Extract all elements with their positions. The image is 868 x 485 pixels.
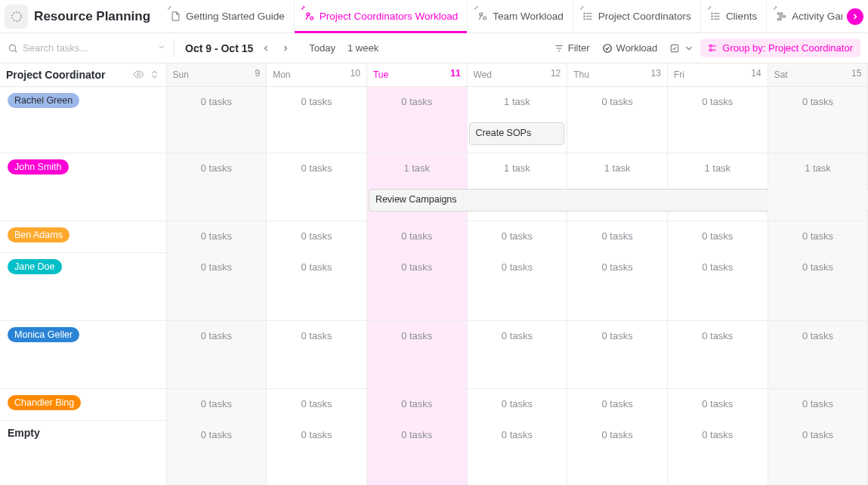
tab-clients[interactable]: Clients bbox=[701, 0, 767, 33]
workload-summary-cell[interactable]: 0 tasks bbox=[267, 420, 367, 452]
eye-icon[interactable] bbox=[133, 69, 144, 80]
workload-summary-cell[interactable]: 0 tasks bbox=[366, 420, 467, 452]
tab-guide[interactable]: Getting Started Guide bbox=[161, 0, 295, 33]
workload-summary-cell[interactable]: 1 task bbox=[467, 153, 567, 184]
filter-button[interactable]: Filter bbox=[548, 39, 596, 57]
day-header-sat[interactable]: Sat15 bbox=[768, 63, 868, 86]
person-pill[interactable]: Jane Doe bbox=[8, 259, 62, 274]
workload-summary-cell[interactable]: 0 tasks bbox=[467, 252, 567, 284]
workload-summary-cell[interactable]: 0 tasks bbox=[768, 320, 868, 352]
workload-summary-cell[interactable]: 0 tasks bbox=[467, 420, 567, 452]
day-header-thu[interactable]: Thu13 bbox=[567, 63, 668, 86]
workload-summary-cell[interactable]: 0 tasks bbox=[366, 221, 467, 252]
person-pill[interactable]: Ben Adams bbox=[8, 227, 70, 242]
prev-week-button[interactable] bbox=[256, 39, 276, 58]
detail-cell[interactable] bbox=[467, 352, 567, 388]
workload-summary-cell[interactable]: 0 tasks bbox=[166, 320, 267, 352]
workload-summary-cell[interactable]: 0 tasks bbox=[768, 221, 868, 252]
workload-summary-cell[interactable]: 0 tasks bbox=[667, 388, 768, 420]
workload-summary-cell[interactable]: 1 task bbox=[366, 153, 467, 184]
today-button[interactable]: Today bbox=[303, 39, 341, 57]
workload-summary-cell[interactable]: 1 task bbox=[567, 153, 668, 184]
workload-summary-cell[interactable]: 0 tasks bbox=[166, 153, 267, 184]
person-pill[interactable]: Rachel Green bbox=[8, 93, 79, 108]
detail-cell[interactable] bbox=[567, 284, 668, 320]
person-cell-ben[interactable]: Ben Adams bbox=[0, 221, 166, 252]
workload-summary-cell[interactable]: 0 tasks bbox=[567, 86, 668, 118]
group-by-button[interactable]: Group by: Project Coordinator bbox=[700, 39, 860, 57]
day-header-mon[interactable]: Mon10 bbox=[267, 63, 367, 86]
workload-summary-cell[interactable]: 0 tasks bbox=[667, 320, 768, 352]
detail-cell[interactable] bbox=[366, 352, 467, 388]
workload-summary-cell[interactable]: 1 task bbox=[667, 153, 768, 184]
detail-cell[interactable] bbox=[768, 452, 868, 485]
workload-summary-cell[interactable]: 0 tasks bbox=[567, 252, 668, 284]
workload-summary-cell[interactable]: 0 tasks bbox=[667, 252, 768, 284]
workload-summary-cell[interactable]: 0 tasks bbox=[567, 221, 668, 252]
day-header-sun[interactable]: Sun9 bbox=[166, 63, 267, 86]
person-pill[interactable]: Monica Geller bbox=[8, 327, 79, 342]
detail-cell[interactable] bbox=[267, 184, 367, 221]
workload-summary-cell[interactable]: 0 tasks bbox=[567, 320, 668, 352]
workload-summary-cell[interactable]: 0 tasks bbox=[366, 320, 467, 352]
search-dropdown-icon[interactable] bbox=[157, 42, 166, 54]
detail-cell[interactable] bbox=[667, 452, 768, 485]
detail-cell[interactable] bbox=[567, 452, 668, 485]
detail-cell[interactable] bbox=[567, 184, 668, 221]
workload-summary-cell[interactable]: 0 tasks bbox=[768, 388, 868, 420]
detail-cell[interactable] bbox=[267, 352, 367, 388]
detail-cell[interactable] bbox=[768, 118, 868, 153]
workload-summary-cell[interactable]: 0 tasks bbox=[667, 221, 768, 252]
workload-summary-cell[interactable]: 0 tasks bbox=[166, 86, 267, 118]
workload-summary-cell[interactable]: 0 tasks bbox=[467, 388, 567, 420]
detail-cell[interactable]: Create SOPs bbox=[467, 118, 567, 153]
workload-summary-cell[interactable]: 0 tasks bbox=[467, 320, 567, 352]
workload-summary-cell[interactable]: 0 tasks bbox=[267, 320, 367, 352]
person-cell-empty[interactable]: Empty bbox=[0, 420, 166, 485]
workload-summary-cell[interactable]: 1 task bbox=[467, 86, 567, 118]
person-pill[interactable]: Chandler Bing bbox=[8, 395, 81, 410]
workload-summary-cell[interactable]: 0 tasks bbox=[267, 153, 367, 184]
detail-cell[interactable] bbox=[467, 284, 567, 320]
detail-cell[interactable] bbox=[166, 284, 267, 320]
workload-summary-cell[interactable]: 0 tasks bbox=[768, 86, 868, 118]
workload-summary-cell[interactable]: 0 tasks bbox=[366, 388, 467, 420]
group-column-header[interactable]: Project Coordinator bbox=[0, 63, 166, 86]
workload-summary-cell[interactable]: 0 tasks bbox=[366, 86, 467, 118]
workload-summary-cell[interactable]: 0 tasks bbox=[467, 221, 567, 252]
person-cell-chandler[interactable]: Chandler Bing bbox=[0, 388, 166, 420]
detail-cell[interactable] bbox=[366, 452, 467, 485]
range-selector[interactable]: 1 week bbox=[341, 39, 385, 57]
tab-pcw[interactable]: Project Coordinators Workload bbox=[295, 0, 468, 33]
detail-cell[interactable] bbox=[567, 118, 668, 153]
collapse-icon[interactable] bbox=[149, 69, 160, 80]
search-tasks[interactable] bbox=[8, 42, 166, 54]
tabs-scroll-right[interactable] bbox=[847, 8, 863, 25]
search-input[interactable] bbox=[23, 42, 128, 54]
next-week-button[interactable] bbox=[276, 39, 295, 58]
workload-summary-cell[interactable]: 0 tasks bbox=[267, 221, 367, 252]
workload-summary-cell[interactable]: 0 tasks bbox=[567, 388, 668, 420]
person-cell-john[interactable]: John Smith bbox=[0, 153, 166, 221]
detail-cell[interactable] bbox=[667, 184, 768, 221]
workload-summary-cell[interactable]: 0 tasks bbox=[267, 388, 367, 420]
space-title[interactable]: Resource Planning bbox=[34, 9, 150, 24]
workload-summary-cell[interactable]: 0 tasks bbox=[667, 420, 768, 452]
task-bar[interactable]: Create SOPs bbox=[469, 122, 565, 145]
person-cell-jane[interactable]: Jane Doe bbox=[0, 252, 166, 320]
detail-cell[interactable] bbox=[366, 284, 467, 320]
workload-summary-cell[interactable]: 1 task bbox=[768, 153, 868, 184]
workload-summary-cell[interactable]: 0 tasks bbox=[768, 420, 868, 452]
workload-summary-cell[interactable]: 0 tasks bbox=[166, 388, 267, 420]
detail-cell[interactable] bbox=[567, 352, 668, 388]
detail-cell[interactable] bbox=[467, 184, 567, 221]
workload-summary-cell[interactable]: 0 tasks bbox=[667, 86, 768, 118]
tab-pc[interactable]: Project Coordinators bbox=[573, 0, 701, 33]
detail-cell[interactable] bbox=[467, 452, 567, 485]
workload-summary-cell[interactable]: 0 tasks bbox=[166, 420, 267, 452]
detail-cell[interactable] bbox=[366, 118, 467, 153]
space-logo[interactable] bbox=[5, 5, 28, 29]
detail-cell[interactable] bbox=[768, 284, 868, 320]
detail-cell[interactable] bbox=[768, 184, 868, 221]
detail-cell[interactable]: Review Campaigns bbox=[366, 184, 467, 221]
